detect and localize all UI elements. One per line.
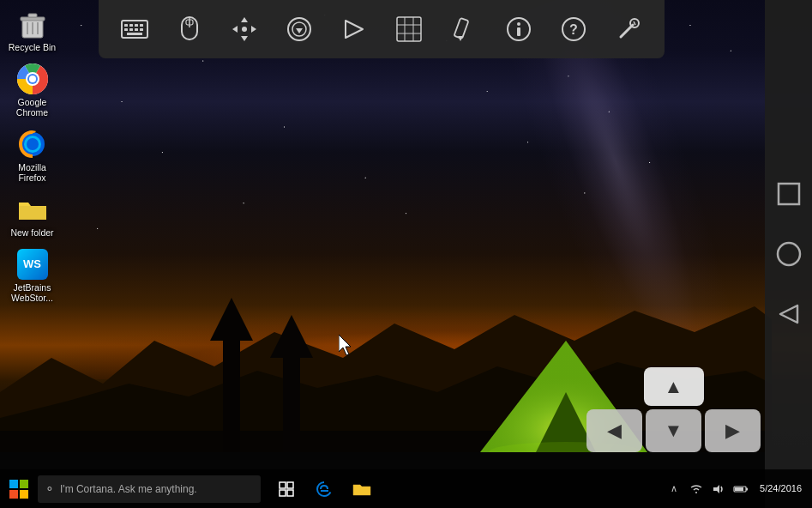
nav-right-icon: ▶	[725, 420, 740, 442]
file-explorer-button[interactable]	[345, 469, 379, 508]
clock[interactable]: 5/24/2016	[753, 482, 809, 495]
svg-rect-54	[517, 27, 520, 36]
svg-marker-62	[780, 305, 797, 323]
svg-marker-3	[210, 298, 253, 461]
trees-silhouette	[189, 289, 343, 461]
help-button[interactable]: ?	[554, 9, 593, 49]
nav-buttons: ▲ ◀ ▼ ▶	[586, 367, 761, 452]
svg-rect-30	[135, 28, 138, 31]
svg-point-19	[29, 76, 36, 82]
mouse-button[interactable]	[170, 9, 209, 49]
info-button[interactable]	[499, 9, 538, 49]
start-button[interactable]	[0, 469, 38, 508]
svg-rect-68	[280, 482, 286, 488]
svg-rect-31	[140, 28, 143, 31]
firefox-label: Mozilla Firefox	[8, 162, 57, 184]
square-button[interactable]	[772, 177, 806, 211]
taskbar: ⚬ I'm Cortana. Ask me anything.	[0, 469, 812, 508]
svg-point-40	[242, 27, 247, 32]
new-folder-icon[interactable]: New folder	[3, 190, 62, 243]
nav-up-icon: ▲	[665, 376, 683, 398]
new-folder-label: New folder	[10, 227, 53, 239]
svg-rect-29	[129, 28, 133, 31]
taskbar-tray: ∧ 5/24/2016	[664, 479, 812, 499]
desktop-icons: Recycle Bin GoogleChrome	[0, 0, 64, 312]
svg-text:?: ?	[569, 22, 578, 37]
circle-button[interactable]	[772, 237, 806, 271]
toolbar: ?	[99, 0, 665, 58]
svg-marker-39	[251, 26, 256, 33]
nav-down-icon: ▼	[665, 420, 683, 442]
ws-logo: WS	[17, 249, 48, 280]
svg-rect-65	[20, 480, 28, 488]
svg-rect-66	[9, 490, 18, 499]
play-button[interactable]	[334, 9, 374, 49]
search-bar[interactable]: ⚬ I'm Cortana. Ask me anything.	[38, 475, 261, 503]
network-button[interactable]	[389, 9, 429, 49]
search-placeholder: I'm Cortana. Ask me anything.	[60, 483, 197, 495]
svg-marker-36	[241, 17, 248, 22]
svg-rect-50	[454, 18, 469, 39]
svg-rect-11	[28, 14, 37, 17]
webstorm-icon[interactable]: WS JetBrains WebStor...	[3, 245, 62, 308]
webstorm-label: JetBrains WebStor...	[8, 282, 57, 304]
svg-marker-4	[270, 315, 313, 461]
tray-battery[interactable]	[731, 479, 751, 499]
svg-marker-37	[241, 36, 248, 41]
right-panel	[765, 0, 812, 508]
keyboard-button[interactable]	[115, 9, 154, 49]
svg-point-22	[27, 138, 39, 150]
nav-right-button[interactable]: ▶	[705, 409, 761, 452]
nav-up-button[interactable]: ▲	[644, 367, 704, 406]
svg-marker-38	[232, 26, 238, 33]
svg-rect-69	[287, 482, 293, 488]
clock-time: 5/24/2016	[760, 482, 802, 495]
tray-network[interactable]	[686, 479, 707, 499]
svg-marker-73	[713, 485, 719, 493]
nav-left-button[interactable]: ◀	[586, 409, 642, 452]
pencil-button[interactable]	[444, 9, 484, 49]
svg-rect-10	[21, 17, 45, 21]
dropdown-button[interactable]	[280, 9, 319, 49]
taskbar-items	[269, 469, 379, 508]
svg-rect-32	[127, 33, 142, 35]
svg-point-53	[517, 22, 520, 26]
svg-rect-64	[9, 480, 18, 488]
svg-point-61	[778, 243, 800, 265]
task-view-button[interactable]	[269, 469, 304, 508]
chrome-label: GoogleChrome	[16, 97, 48, 118]
svg-rect-71	[287, 490, 293, 496]
recycle-bin-label: Recycle Bin	[9, 42, 56, 53]
svg-marker-44	[346, 21, 363, 38]
svg-rect-45	[397, 17, 421, 41]
nav-down-button[interactable]: ▼	[646, 409, 701, 452]
svg-rect-28	[124, 28, 128, 31]
move-button[interactable]	[225, 9, 264, 49]
tool-button[interactable]	[609, 9, 648, 49]
svg-rect-24	[124, 24, 128, 27]
svg-rect-70	[280, 490, 286, 496]
back-button[interactable]	[772, 297, 806, 331]
search-icon: ⚬	[45, 482, 55, 496]
svg-rect-76	[746, 487, 748, 490]
svg-rect-67	[20, 490, 28, 499]
svg-rect-26	[135, 24, 138, 27]
edge-button[interactable]	[307, 469, 341, 508]
svg-rect-27	[140, 24, 143, 27]
tray-volume[interactable]	[708, 479, 729, 499]
nav-left-icon: ◀	[607, 420, 622, 442]
chrome-icon[interactable]: GoogleChrome	[3, 59, 62, 123]
recycle-bin-icon[interactable]: Recycle Bin	[3, 4, 62, 57]
tray-chevron[interactable]: ∧	[664, 479, 684, 499]
svg-rect-75	[735, 487, 743, 491]
svg-rect-60	[779, 184, 799, 204]
firefox-icon[interactable]: Mozilla Firefox	[3, 124, 62, 188]
svg-rect-25	[129, 24, 133, 27]
svg-marker-43	[296, 28, 303, 33]
